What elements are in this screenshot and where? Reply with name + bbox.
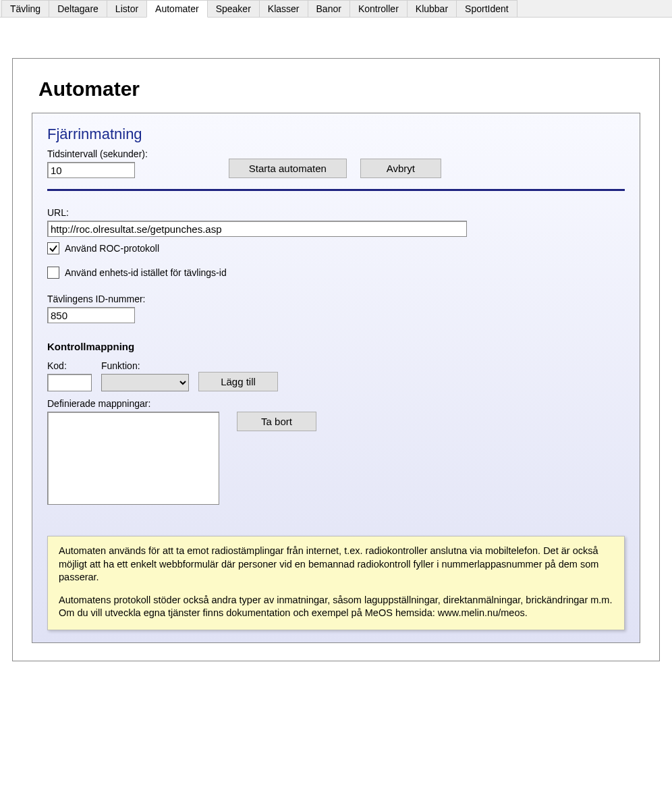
tab-speaker[interactable]: Speaker <box>207 0 260 17</box>
interval-label: Tidsintervall (sekunder): <box>47 148 148 159</box>
funktion-label: Funktion: <box>101 360 189 371</box>
funktion-select[interactable] <box>101 374 189 391</box>
roc-checkbox[interactable] <box>47 242 59 254</box>
tab-bar: Tävling Deltagare Listor Automater Speak… <box>0 0 672 18</box>
defined-mappings-label: Definierade mappningar: <box>47 398 625 409</box>
competition-id-label: Tävlingens ID-nummer: <box>47 294 625 304</box>
remove-button[interactable]: Ta bort <box>237 412 316 431</box>
url-input[interactable] <box>47 221 467 237</box>
info-paragraph-2: Automatens protokoll stöder också andra … <box>59 594 613 620</box>
separator <box>47 189 625 191</box>
panel-title: Fjärrinmatning <box>47 126 625 143</box>
url-label: URL: <box>47 207 625 218</box>
tab-kontroller[interactable]: Kontroller <box>349 0 408 17</box>
page-title: Automater <box>38 78 640 101</box>
defined-mappings-list[interactable] <box>47 412 219 505</box>
tab-automater[interactable]: Automater <box>146 0 208 18</box>
tab-klasser[interactable]: Klasser <box>259 0 308 17</box>
add-button[interactable]: Lägg till <box>198 372 278 391</box>
info-paragraph-1: Automaten används för att ta emot radios… <box>59 545 613 584</box>
competition-id-input[interactable] <box>47 307 135 323</box>
tab-tavling[interactable]: Tävling <box>1 0 49 17</box>
remote-input-panel: Fjärrinmatning Tidsintervall (sekunder):… <box>32 113 640 643</box>
mapping-heading: Kontrollmappning <box>47 341 625 352</box>
tab-banor[interactable]: Banor <box>308 0 350 17</box>
kod-input[interactable] <box>47 374 92 391</box>
start-button[interactable]: Starta automaten <box>229 159 347 178</box>
roc-checkbox-label: Använd ROC-protokoll <box>65 243 159 254</box>
tab-deltagare[interactable]: Deltagare <box>49 0 107 17</box>
page-container: Automater Fjärrinmatning Tidsintervall (… <box>12 58 660 661</box>
device-id-checkbox-label: Använd enhets-id istället för tävlings-i… <box>65 267 227 278</box>
tab-listor[interactable]: Listor <box>107 0 147 17</box>
info-box: Automaten används för att ta emot radios… <box>47 536 625 630</box>
device-id-checkbox[interactable] <box>47 267 59 279</box>
kod-label: Kod: <box>47 360 92 371</box>
interval-input[interactable] <box>47 162 135 178</box>
check-icon <box>49 244 58 253</box>
tab-klubbar[interactable]: Klubbar <box>407 0 457 17</box>
cancel-button[interactable]: Avbryt <box>360 159 441 178</box>
tab-sportident[interactable]: SportIdent <box>456 0 517 17</box>
